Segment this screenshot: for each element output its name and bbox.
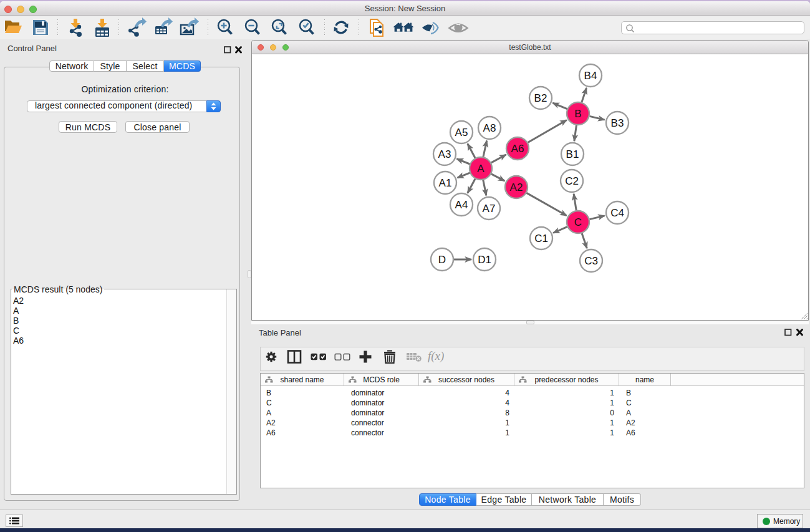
svg-text:A: A [477, 163, 485, 175]
svg-text:A6: A6 [511, 143, 524, 155]
svg-text:A7: A7 [483, 203, 496, 215]
svg-text:B3: B3 [611, 117, 624, 129]
svg-text:A8: A8 [483, 122, 496, 134]
svg-text:C4: C4 [610, 207, 624, 219]
svg-text:B4: B4 [584, 70, 597, 82]
svg-text:C2: C2 [565, 175, 579, 187]
svg-text:C: C [574, 216, 582, 228]
svg-text:A4: A4 [455, 199, 468, 211]
svg-text:D1: D1 [478, 254, 491, 266]
svg-text:A5: A5 [455, 127, 468, 138]
svg-text:D: D [438, 254, 446, 266]
svg-text:C3: C3 [584, 255, 598, 267]
svg-text:C1: C1 [534, 233, 548, 244]
svg-text:A3: A3 [438, 148, 451, 160]
svg-text:A2: A2 [510, 181, 523, 193]
svg-text:B1: B1 [566, 148, 579, 160]
svg-text:A1: A1 [439, 177, 452, 189]
svg-text:B: B [574, 108, 581, 120]
svg-text:B2: B2 [534, 92, 547, 104]
